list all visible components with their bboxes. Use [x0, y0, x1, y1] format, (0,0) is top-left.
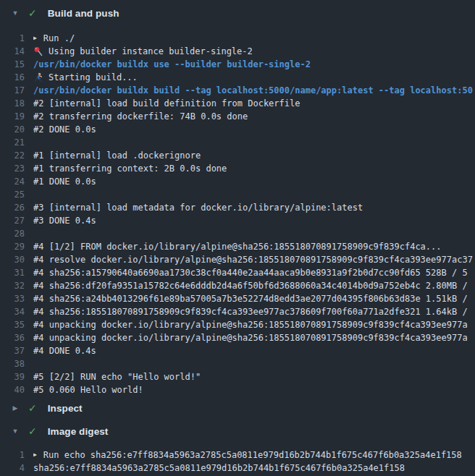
log-line: 1▶Run echo sha256:e7ff8834a5963a2785c5a0…	[0, 449, 475, 462]
step-header-image-digest[interactable]: ▼✓Image digest	[0, 420, 475, 443]
line-number[interactable]: 22	[0, 149, 33, 162]
log-line: 27#3 DONE 0.4s	[0, 214, 475, 227]
line-content: #3 [internal] load metadata for docker.i…	[33, 201, 475, 214]
line-content: #1 [internal] load .dockerignore	[33, 149, 475, 162]
line-number[interactable]: 35	[0, 318, 33, 331]
line-number[interactable]: 1	[0, 32, 33, 45]
line-content: #4 unpacking docker.io/library/alpine@sh…	[33, 318, 475, 331]
run-toggle-icon[interactable]: ▶	[33, 32, 37, 45]
line-number[interactable]: 30	[0, 253, 33, 266]
line-number[interactable]: 32	[0, 279, 33, 292]
line-number[interactable]: 19	[0, 110, 33, 123]
line-content	[33, 188, 475, 201]
line-number[interactable]: 34	[0, 305, 33, 318]
line-content: #4 unpacking docker.io/library/alpine@sh…	[33, 331, 475, 344]
line-content	[33, 227, 475, 240]
line-number[interactable]: 23	[0, 162, 33, 175]
line-number[interactable]: 24	[0, 175, 33, 188]
log-line: 38	[0, 357, 475, 370]
pushpin-emoji-icon	[33, 46, 43, 56]
line-content: ▶Run echo sha256:e7ff8834a5963a2785c5a08…	[33, 449, 475, 462]
line-text: /usr/bin/docker buildx use --builder bui…	[33, 58, 311, 71]
log-line: 25	[0, 188, 475, 201]
line-content: #4 DONE 0.4s	[33, 344, 475, 357]
log-line: 21	[0, 136, 475, 149]
line-text: #3 DONE 0.4s	[33, 214, 96, 227]
line-text: #4 unpacking docker.io/library/alpine@sh…	[33, 318, 468, 331]
line-text: #4 DONE 0.4s	[33, 344, 96, 357]
chevron-down-icon: ▼	[10, 428, 20, 435]
runner-emoji-icon	[33, 72, 43, 82]
line-content: #5 [2/2] RUN echo "Hello world!"	[33, 370, 475, 383]
line-content: #2 [internal] load build definition from…	[33, 97, 475, 110]
log-line: 40#5 0.060 Hello world!	[0, 383, 475, 396]
check-icon: ✓	[28, 403, 37, 413]
line-text: #4 sha256:185518070891758909c9f839cf4ca3…	[33, 305, 468, 318]
line-content: Using builder instance builder-single-2	[33, 45, 475, 58]
log-line: 32#4 sha256:df20fa9351a15782c64e6dddb2d4…	[0, 279, 475, 292]
line-text: #4 [1/2] FROM docker.io/library/alpine@s…	[33, 240, 442, 253]
log-block-build-and-push: 1▶Run ./14Using builder instance builder…	[0, 32, 475, 396]
log-line: 14Using builder instance builder-single-…	[0, 45, 475, 58]
line-number[interactable]: 36	[0, 331, 33, 344]
line-content: #4 resolve docker.io/library/alpine@sha2…	[33, 253, 475, 266]
step-header-build-and-push[interactable]: ▼✓Build and push	[0, 0, 475, 26]
line-content: ▶Run ./	[33, 32, 475, 45]
chevron-right-icon: ▶	[10, 405, 20, 412]
line-content: #4 sha256:185518070891758909c9f839cf4ca3…	[33, 305, 475, 318]
line-number[interactable]: 15	[0, 58, 33, 71]
step-section-image-digest: ▼✓Image digest1▶Run echo sha256:e7ff8834…	[0, 420, 475, 475]
line-number[interactable]: 4	[0, 462, 33, 475]
workflow-log: ▼✓Build and push1▶Run ./14Using builder …	[0, 0, 475, 476]
line-number[interactable]: 17	[0, 84, 33, 97]
line-number[interactable]: 28	[0, 227, 33, 240]
line-content: #3 DONE 0.4s	[33, 214, 475, 227]
log-line: 33#4 sha256:a24bb4013296f61e89ba57005a7b…	[0, 292, 475, 305]
log-line: 17/usr/bin/docker buildx build --tag loc…	[0, 84, 475, 97]
line-number[interactable]: 14	[0, 45, 33, 58]
check-icon: ✓	[28, 8, 37, 18]
log-line: 35#4 unpacking docker.io/library/alpine@…	[0, 318, 475, 331]
line-content: #2 DONE 0.0s	[33, 123, 475, 136]
line-number[interactable]: 38	[0, 357, 33, 370]
line-text: #3 [internal] load metadata for docker.i…	[33, 201, 363, 214]
line-text: #2 transferring dockerfile: 74B 0.0s don…	[33, 110, 248, 123]
step-header-inspect[interactable]: ▶✓Inspect	[0, 396, 475, 420]
line-number[interactable]: 37	[0, 344, 33, 357]
line-text: #5 0.060 Hello world!	[33, 383, 143, 396]
line-text: /usr/bin/docker buildx build --tag local…	[33, 84, 473, 97]
line-text: #4 sha256:df20fa9351a15782c64e6dddb2d4a6…	[33, 279, 468, 292]
line-content: #4 sha256:a15790640a6690aa1730c38cf0a440…	[33, 266, 475, 279]
line-number[interactable]: 40	[0, 383, 33, 396]
line-number[interactable]: 39	[0, 370, 33, 383]
log-line: 1▶Run ./	[0, 32, 475, 45]
line-number[interactable]: 20	[0, 123, 33, 136]
line-number[interactable]: 1	[0, 449, 33, 462]
line-number[interactable]: 29	[0, 240, 33, 253]
line-content: Starting build...	[33, 71, 475, 84]
line-number[interactable]: 31	[0, 266, 33, 279]
line-number[interactable]: 26	[0, 201, 33, 214]
line-text: #4 sha256:a24bb4013296f61e89ba57005a7b3e…	[33, 292, 468, 305]
line-text: Run echo sha256:e7ff8834a5963a2785c5a081…	[43, 449, 462, 462]
line-number[interactable]: 18	[0, 97, 33, 110]
line-text: #4 unpacking docker.io/library/alpine@sh…	[33, 331, 468, 344]
log-line: 30#4 resolve docker.io/library/alpine@sh…	[0, 253, 475, 266]
line-number[interactable]: 33	[0, 292, 33, 305]
log-line: 26#3 [internal] load metadata for docker…	[0, 201, 475, 214]
check-icon: ✓	[28, 426, 37, 436]
line-number[interactable]: 27	[0, 214, 33, 227]
run-toggle-icon[interactable]: ▶	[33, 449, 37, 462]
line-number[interactable]: 25	[0, 188, 33, 201]
line-content: #1 DONE 0.0s	[33, 175, 475, 188]
log-line: 36#4 unpacking docker.io/library/alpine@…	[0, 331, 475, 344]
log-line: 16Starting build...	[0, 71, 475, 84]
step-title: Build and push	[48, 8, 119, 19]
line-number[interactable]: 16	[0, 71, 33, 84]
line-content: #2 transferring dockerfile: 74B 0.0s don…	[33, 110, 475, 123]
line-text: #2 [internal] load build definition from…	[33, 97, 300, 110]
line-text: #1 DONE 0.0s	[33, 175, 96, 188]
log-line: 23#1 transferring context: 2B 0.0s done	[0, 162, 475, 175]
line-text: #1 [internal] load .dockerignore	[33, 149, 201, 162]
line-number[interactable]: 21	[0, 136, 33, 149]
